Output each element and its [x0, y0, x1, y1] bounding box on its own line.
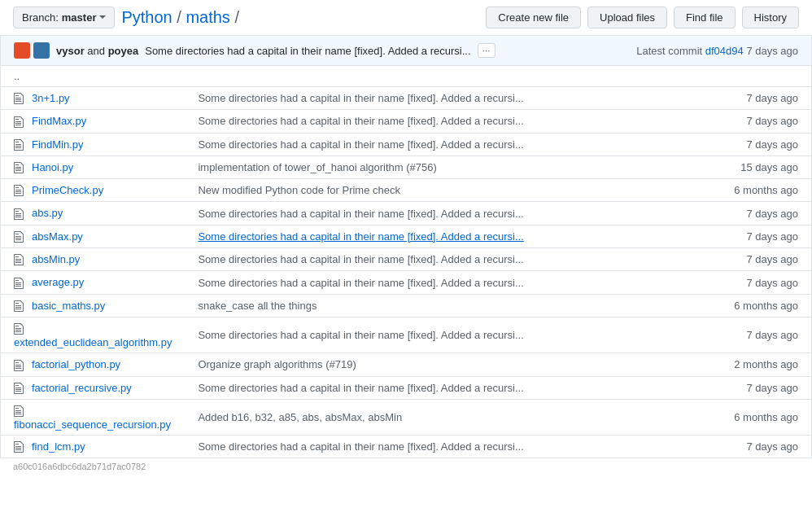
commit-bar-left: vysor and poyea Some directories had a c…: [14, 42, 495, 59]
file-link[interactable]: PrimeCheck.py: [32, 184, 103, 196]
file-name-cell: basic_maths.py: [1, 294, 186, 317]
file-link[interactable]: Hanoi.py: [32, 161, 73, 173]
file-link[interactable]: factorial_recursive.py: [32, 382, 132, 394]
file-name-cell: PrimeCheck.py: [1, 179, 186, 202]
time-cell: 7 days ago: [683, 110, 812, 133]
find-file-button[interactable]: Find file: [674, 7, 736, 28]
table-row: Hanoi.pyimplementation of tower_of_hanoi…: [1, 155, 812, 178]
file-icon: [14, 322, 27, 335]
file-name-cell: 3n+1.py: [1, 87, 186, 110]
caret-icon: [99, 15, 106, 22]
time-cell: 7 days ago: [683, 271, 812, 294]
file-name-cell: absMax.py: [1, 225, 186, 247]
time-cell: 7 days ago: [683, 225, 812, 247]
table-row: absMin.pySome directories had a capital …: [1, 248, 812, 271]
file-icon: [14, 277, 27, 290]
table-row: factorial_recursive.pySome directories h…: [1, 376, 812, 399]
commit-bar: vysor and poyea Some directories had a c…: [0, 36, 812, 66]
commit-msg-cell: Added b16, b32, a85, abs, absMax, absMin: [185, 399, 683, 435]
file-icon: [14, 382, 27, 395]
create-new-file-button[interactable]: Create new file: [486, 7, 581, 28]
file-icon: [14, 300, 27, 313]
file-name-cell: fibonacci_sequence_recursion.py: [1, 399, 186, 435]
file-icon: [14, 440, 27, 453]
file-link[interactable]: FindMin.py: [32, 138, 84, 151]
file-icon: [14, 208, 27, 221]
table-row: basic_maths.pysnake_case all the things6…: [1, 294, 812, 317]
commit-message: Some directories had a capital in their …: [145, 45, 470, 57]
commit-msg-cell: New modified Python code for Prime check: [185, 179, 683, 202]
file-name-cell: Hanoi.py: [1, 155, 186, 178]
file-icon: [14, 253, 27, 266]
table-row: average.pySome directories had a capital…: [1, 271, 812, 294]
breadcrumb-sep2: /: [230, 8, 239, 26]
table-row: find_lcm.pySome directories had a capita…: [1, 436, 812, 458]
time-cell: 7 days ago: [683, 376, 812, 399]
author2-link[interactable]: poyea: [108, 45, 139, 57]
table-row: abs.pySome directories had a capital in …: [1, 202, 812, 225]
commit-msg-cell: Some directories had a capital in their …: [185, 271, 683, 294]
table-row: extended_euclidean_algorithm.pySome dire…: [1, 317, 812, 353]
commit-time: 7 days ago: [746, 45, 798, 57]
table-row: factorial_python.pyOrganize graph algori…: [1, 353, 812, 376]
commit-msg-cell: Some directories had a capital in their …: [185, 248, 683, 271]
time-cell: 7 days ago: [683, 87, 812, 110]
file-link[interactable]: absMin.py: [32, 253, 80, 265]
file-link[interactable]: basic_maths.py: [32, 300, 105, 312]
file-link[interactable]: 3n+1.py: [32, 92, 70, 104]
author1-link[interactable]: vysor: [56, 45, 85, 57]
ellipsis-button[interactable]: ···: [478, 43, 495, 58]
avatar-group: [14, 42, 50, 59]
commit-msg-cell: snake_case all the things: [185, 294, 683, 317]
file-icon: [14, 116, 27, 129]
file-icon: [14, 359, 27, 372]
time-cell: 2 months ago: [683, 353, 812, 376]
file-link[interactable]: abs.py: [32, 207, 63, 219]
latest-commit-label: Latest commit: [636, 45, 702, 57]
commit-hash-link[interactable]: df04d94: [705, 45, 744, 57]
time-cell: 6 months ago: [683, 294, 812, 317]
file-name-cell: find_lcm.py: [1, 436, 186, 458]
file-link[interactable]: average.py: [32, 276, 84, 288]
commit-msg-link[interactable]: Some directories had a capital in their …: [198, 230, 523, 243]
branch-selector[interactable]: Branch: master: [13, 7, 115, 28]
commit-msg-cell: Some directories had a capital in their …: [185, 225, 683, 247]
breadcrumb-folder[interactable]: maths: [186, 8, 229, 26]
table-row: FindMin.pySome directories had a capital…: [1, 133, 812, 155]
file-link[interactable]: absMax.py: [32, 230, 83, 243]
commit-authors: vysor and poyea: [56, 45, 138, 57]
file-link[interactable]: fibonacci_sequence_recursion.py: [14, 418, 171, 431]
table-row: absMax.pySome directories had a capital …: [1, 225, 812, 247]
time-cell: 7 days ago: [683, 436, 812, 458]
parent-dir-label: ..: [14, 70, 20, 82]
file-icon: [14, 184, 27, 197]
file-icon: [14, 92, 27, 105]
footer-hint: a60c016a6dbc6da2b71d7ac0782: [0, 458, 812, 475]
upload-files-button[interactable]: Upload files: [587, 7, 667, 28]
commit-bar-right: Latest commit df04d94 7 days ago: [636, 45, 798, 57]
table-row: PrimeCheck.pyNew modified Python code fo…: [1, 179, 812, 202]
history-button[interactable]: History: [742, 7, 799, 28]
time-cell: 6 months ago: [683, 399, 812, 435]
file-icon: [14, 230, 27, 243]
file-name-cell: absMin.py: [1, 248, 186, 271]
file-link[interactable]: find_lcm.py: [32, 440, 85, 453]
breadcrumb-sep1: /: [172, 8, 186, 26]
parent-dir-row: ..: [1, 66, 812, 87]
table-row: FindMax.pySome directories had a capital…: [1, 110, 812, 133]
author-sep: and: [87, 45, 107, 57]
commit-msg-cell: Some directories had a capital in their …: [185, 87, 683, 110]
file-link[interactable]: factorial_python.py: [32, 358, 120, 370]
breadcrumb-repo[interactable]: Python: [121, 8, 172, 26]
commit-msg-cell: Organize graph algorithms (#719): [185, 353, 683, 376]
file-name-cell: abs.py: [1, 202, 186, 225]
commit-msg-cell: Some directories had a capital in their …: [185, 317, 683, 353]
branch-name: master: [62, 11, 97, 24]
file-icon: [14, 405, 27, 418]
avatar-poyea: [33, 42, 50, 59]
time-cell: 7 days ago: [683, 202, 812, 225]
file-link[interactable]: extended_euclidean_algorithm.py: [14, 336, 172, 348]
file-link[interactable]: FindMax.py: [32, 115, 86, 127]
avatar-vysor: [14, 42, 30, 59]
file-name-cell: factorial_recursive.py: [1, 376, 186, 399]
